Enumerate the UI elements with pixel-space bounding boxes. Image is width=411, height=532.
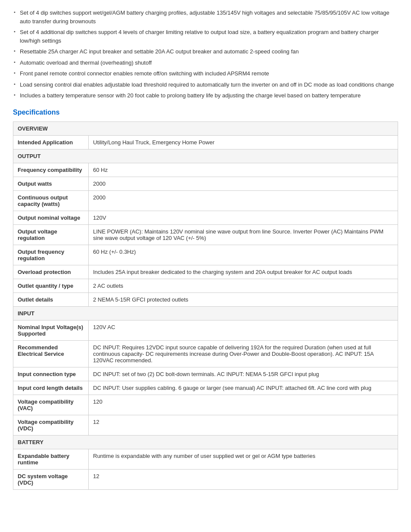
row-label: Output voltage regulation (13, 224, 89, 245)
row-value: 120V (89, 211, 398, 224)
table-row: Frequency compatibility60 Hz (13, 163, 398, 177)
table-row: Output nominal voltage120V (13, 211, 398, 224)
table-row: Input connection typeDC INPUT: set of tw… (13, 367, 398, 381)
row-value: Utility/Long Haul Truck, Emergency Home … (89, 135, 398, 149)
table-row: Input cord length detailsDC INPUT: User … (13, 381, 398, 395)
table-row: Overload protectionIncludes 25A input br… (13, 265, 398, 279)
table-row: Output voltage regulationLINE POWER (AC)… (13, 224, 398, 245)
table-row: Outlet details2 NEMA 5-15R GFCI protecte… (13, 292, 398, 306)
row-value: 2000 (89, 177, 398, 190)
row-label: Output frequency regulation (13, 245, 89, 265)
row-value: Includes 25A input breaker dedicated to … (89, 265, 398, 279)
row-label: Nominal Input Voltage(s) Supported (13, 320, 89, 340)
row-value: Runtime is expandable with any number of… (89, 449, 398, 469)
row-label: Voltage compatibility (VAC) (13, 395, 89, 415)
row-value: 60 Hz (89, 163, 398, 177)
table-row: DC system voltage (VDC)12 (13, 469, 398, 489)
table-row: Outlet quantity / type2 AC outlets (13, 279, 398, 292)
row-value: 60 Hz (+/- 0.3Hz) (89, 245, 398, 265)
specs-table: OVERVIEWIntended ApplicationUtility/Long… (13, 121, 398, 490)
section-header: OUTPUT (13, 149, 398, 163)
row-value: DC INPUT: Requires 12VDC input source ca… (89, 340, 398, 367)
bullet-item: Set of 4 additional dip switches support… (13, 28, 398, 45)
row-label: DC system voltage (VDC) (13, 469, 89, 489)
row-label: Expandable battery runtime (13, 449, 89, 469)
row-value: 12 (89, 415, 398, 435)
row-label: Outlet details (13, 292, 89, 306)
row-value: LINE POWER (AC): Maintains 120V nominal … (89, 224, 398, 245)
bullet-item: Includes a battery temperature sensor wi… (13, 91, 398, 100)
row-label: Input connection type (13, 367, 89, 381)
row-label: Output nominal voltage (13, 211, 89, 224)
feature-bullets: Set of 4 dip switches support wet/gel/AG… (13, 9, 398, 100)
row-label: Frequency compatibility (13, 163, 89, 177)
row-label: Output watts (13, 177, 89, 190)
section-header: INPUT (13, 306, 398, 320)
bullet-item: Set of 4 dip switches support wet/gel/AG… (13, 9, 398, 25)
row-value: 2 AC outlets (89, 279, 398, 292)
row-value: 2000 (89, 190, 398, 211)
row-value: 2 NEMA 5-15R GFCI protected outlets (89, 292, 398, 306)
specs-title: Specifications (13, 109, 398, 116)
bullet-item: Load sensing control dial enables adjust… (13, 81, 398, 89)
row-label: Voltage compatibility (VDC) (13, 415, 89, 435)
table-row: Nominal Input Voltage(s) Supported120V A… (13, 320, 398, 340)
row-label: Intended Application (13, 135, 89, 149)
row-label: Recommended Electrical Service (13, 340, 89, 367)
section-header: OVERVIEW (13, 121, 398, 135)
table-row: Expandable battery runtimeRuntime is exp… (13, 449, 398, 469)
row-label: Input cord length details (13, 381, 89, 395)
row-label: Continuous output capacity (watts) (13, 190, 89, 211)
row-value: 120 (89, 395, 398, 415)
bullet-item: Front panel remote control connector ena… (13, 69, 398, 78)
bullet-item: Resettable 25A charger AC input breaker … (13, 47, 398, 56)
row-label: Outlet quantity / type (13, 279, 89, 292)
row-value: 12 (89, 469, 398, 489)
row-value: 120V AC (89, 320, 398, 340)
row-value: DC INPUT: set of two (2) DC bolt-down te… (89, 367, 398, 381)
bullet-item: Automatic overload and thermal (overheat… (13, 59, 398, 67)
table-row: Voltage compatibility (VAC)120 (13, 395, 398, 415)
table-row: Output watts2000 (13, 177, 398, 190)
section-header: BATTERY (13, 435, 398, 449)
row-value: DC INPUT: User supplies cabling. 6 gauge… (89, 381, 398, 395)
table-row: Intended ApplicationUtility/Long Haul Tr… (13, 135, 398, 149)
row-label: Overload protection (13, 265, 89, 279)
table-row: Voltage compatibility (VDC)12 (13, 415, 398, 435)
table-row: Output frequency regulation60 Hz (+/- 0.… (13, 245, 398, 265)
table-row: Recommended Electrical ServiceDC INPUT: … (13, 340, 398, 367)
table-row: Continuous output capacity (watts)2000 (13, 190, 398, 211)
